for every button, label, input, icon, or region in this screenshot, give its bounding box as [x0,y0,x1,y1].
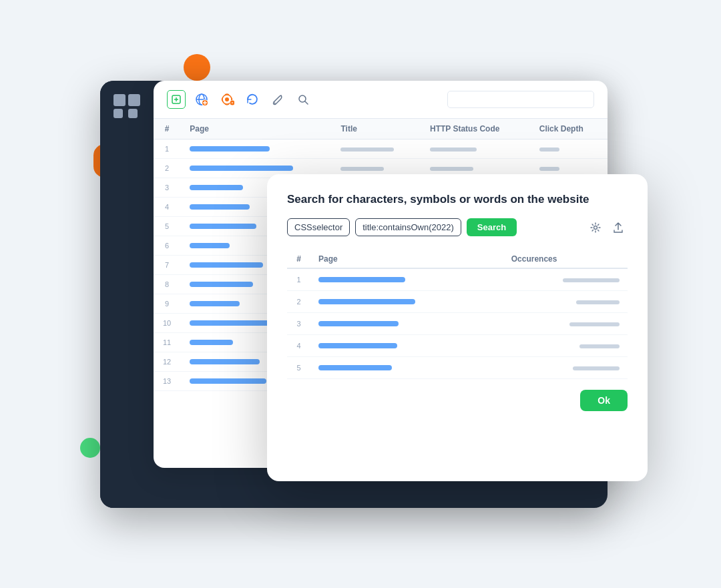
col-page: Page [180,119,331,139]
row-num: 1 [154,139,180,158]
sidebar [100,81,154,508]
dialog-filter-row: CSSselector title:containsOwn(2022) Sear… [287,218,628,237]
dialog-table-row: 4 [287,334,628,356]
row-num: 4 [154,197,180,216]
row-title [331,139,421,158]
dialog-table-row: 1 [287,268,628,291]
row-num: 10 [154,313,180,332]
dialog-row-num: 3 [287,312,310,334]
add-icon[interactable] [167,90,186,109]
refresh-icon[interactable] [243,90,262,109]
col-status: HTTP Status Code [421,119,530,139]
row-num: 13 [154,371,180,390]
ok-button[interactable]: Ok [580,390,628,411]
dialog-row-page [310,290,503,312]
row-num: 6 [154,236,180,255]
dialog-results-table: # Page Occurences 12345 [287,250,628,379]
table-row: 1 [154,139,608,158]
dialog-row-occurrences [503,268,628,291]
row-num: 12 [154,352,180,371]
svg-point-17 [594,226,597,229]
row-num: 2 [154,158,180,178]
sidebar-logo [113,94,140,118]
dialog-row-occurrences [503,334,628,356]
dialog-col-page: Page [310,250,503,268]
css-selector-tag[interactable]: CSSselector [287,218,350,236]
logo-block-1 [113,94,126,106]
dialog-col-num: # [287,250,310,268]
dialog-row-occurrences [503,356,628,378]
search-button[interactable]: Search [467,218,517,236]
row-num: 11 [154,332,180,352]
toolbar-search-input [447,91,594,108]
dialog-table-row: 2 [287,290,628,312]
logo-block-3 [113,109,123,118]
dialog-row-num: 2 [287,290,310,312]
globe-icon[interactable] [192,90,211,109]
row-num: 9 [154,294,180,313]
row-page [180,139,331,158]
row-depth [530,139,608,158]
row-num: 8 [154,274,180,294]
svg-point-14 [274,102,276,103]
col-title: Title [331,119,421,139]
filter-value-tag[interactable]: title:containsOwn(2022) [355,218,461,236]
logo-block-4 [128,109,138,118]
dialog-row-occurrences [503,312,628,334]
dialog-row-num: 1 [287,268,310,291]
col-depth: Click Depth [530,119,608,139]
col-num: # [154,119,180,139]
dialog-row-num: 5 [287,356,310,378]
blob-green-left [80,438,100,458]
row-num: 5 [154,216,180,236]
row-num: 3 [154,178,180,197]
dialog-export-icon[interactable] [609,218,628,237]
search-icon-toolbar[interactable] [294,90,312,109]
dialog-row-page [310,268,503,291]
row-status [421,139,530,158]
svg-point-11 [225,97,229,101]
dialog-row-occurrences [503,290,628,312]
blob-orange-top [184,54,210,81]
dialog-title: Search for characters, symbols or words … [287,193,628,206]
dialog-table-row: 3 [287,312,628,334]
row-num: 7 [154,255,180,274]
search-dialog: Search for characters, symbols or words … [267,174,648,481]
dialog-settings-icon[interactable] [586,218,605,237]
dialog-table-row: 5 [287,356,628,378]
toolbar [154,81,608,119]
dialog-row-page [310,312,503,334]
dialog-col-occ: Occurences [503,250,628,268]
dialog-row-page [310,356,503,378]
settings-icon[interactable] [218,90,236,109]
wrench-icon[interactable] [268,90,287,109]
dialog-row-num: 4 [287,334,310,356]
logo-block-2 [128,94,140,106]
dialog-row-page [310,334,503,356]
svg-line-16 [305,101,308,104]
